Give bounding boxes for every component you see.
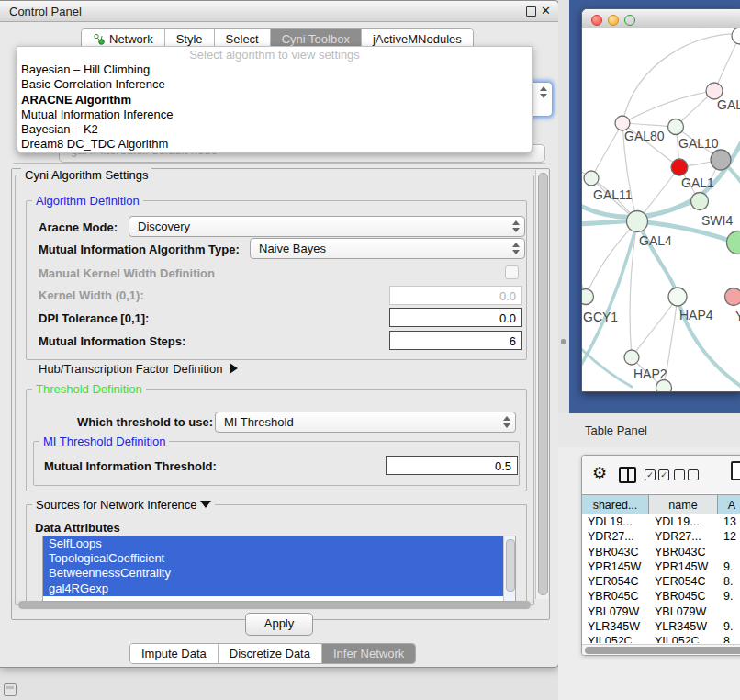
network-node[interactable] bbox=[725, 288, 740, 306]
mac-zoom-icon[interactable] bbox=[624, 15, 635, 26]
table-cell: YBR043C bbox=[582, 545, 649, 559]
mac-minimize-icon[interactable] bbox=[608, 15, 619, 26]
which-threshold-combo[interactable]: MI Threshold bbox=[215, 412, 516, 433]
column-header-a[interactable]: A bbox=[718, 495, 740, 514]
aracne-mode-combo[interactable]: Discovery bbox=[129, 216, 525, 237]
network-node[interactable] bbox=[624, 350, 639, 365]
column-header-name[interactable]: name bbox=[649, 495, 718, 514]
page-icon[interactable] bbox=[731, 461, 740, 480]
dpi-tolerance-label: DPI Tolerance [0,1]: bbox=[39, 311, 149, 325]
attribute-item-betweennesscentrality[interactable]: BetweennessCentrality bbox=[43, 566, 515, 581]
split-columns-icon[interactable] bbox=[619, 467, 636, 483]
table-cell: YER054C bbox=[582, 574, 649, 589]
network-node[interactable] bbox=[727, 231, 740, 254]
network-view-window[interactable]: GALGAL80GAL10GAL1GAL11SWI4GAL4GCY1HAP4YH… bbox=[581, 8, 740, 392]
node-label-hap4: HAP4 bbox=[679, 308, 713, 322]
algorithm-popup-prompt: Select algorithm to view settings bbox=[17, 47, 532, 62]
minimized-panel-icon[interactable] bbox=[4, 683, 17, 696]
network-node[interactable] bbox=[668, 288, 687, 306]
tab-label: Infer Network bbox=[333, 647, 404, 660]
divider-handle[interactable] bbox=[561, 339, 566, 344]
mac-close-icon[interactable] bbox=[591, 15, 602, 26]
table-row[interactable]: YBR045CYBR045C9. bbox=[582, 589, 740, 604]
network-canvas[interactable]: GALGAL80GAL10GAL1GAL11SWI4GAL4GCY1HAP4YH… bbox=[582, 28, 740, 391]
node-label-gal1: GAL1 bbox=[681, 175, 714, 190]
algorithm-popup-items: Bayesian – Hill ClimbingBasic Correlatio… bbox=[17, 62, 532, 152]
gear-icon[interactable]: ⚙ bbox=[592, 463, 607, 483]
table-horizontal-scrollbar[interactable] bbox=[582, 644, 740, 655]
sources-group-title[interactable]: Sources for Network Inference bbox=[32, 498, 215, 512]
apply-button[interactable]: Apply bbox=[245, 613, 313, 636]
tab-label: Cyni Toolbox bbox=[282, 32, 350, 46]
table-cell: YPR145W bbox=[582, 559, 649, 574]
table-cell: 12 bbox=[718, 529, 740, 544]
table-cell bbox=[718, 545, 740, 559]
table-cell: YBR045C bbox=[582, 589, 649, 604]
stepper-arrows-icon bbox=[502, 416, 510, 428]
bottom-tab-infer-network[interactable]: Infer Network bbox=[322, 644, 415, 663]
network-node[interactable] bbox=[627, 211, 648, 232]
table-panel-title: Table Panel bbox=[585, 423, 647, 437]
bottom-tab-impute-data[interactable]: Impute Data bbox=[130, 644, 219, 663]
table-row[interactable]: YDL19...YDL19...13 bbox=[582, 514, 740, 529]
table-cell: 8. bbox=[718, 634, 740, 643]
network-node[interactable] bbox=[584, 171, 599, 186]
algorithm-option-bayesian-hill-climbing[interactable]: Bayesian – Hill Climbing bbox=[17, 62, 532, 77]
mi-steps-input[interactable]: 6 bbox=[389, 331, 522, 350]
float-window-icon[interactable] bbox=[526, 6, 536, 17]
attribute-item-selfloops[interactable]: SelfLoops bbox=[43, 536, 515, 551]
network-graph[interactable]: GALGAL80GAL10GAL1GAL11SWI4GAL4GCY1HAP4YH… bbox=[582, 28, 740, 391]
kernel-width-input[interactable]: 0.0 bbox=[389, 286, 522, 305]
table-toolbar: ⚙ ✓✓ bbox=[582, 456, 740, 493]
table-row[interactable]: YER054CYER054C8. bbox=[582, 574, 740, 589]
network-node[interactable] bbox=[668, 119, 684, 135]
algorithm-option-bayesian-k2[interactable]: Bayesian – K2 bbox=[17, 122, 532, 137]
network-node[interactable] bbox=[691, 193, 709, 210]
manual-kernel-checkbox[interactable] bbox=[505, 265, 519, 279]
table-cell: YBR045C bbox=[649, 589, 718, 604]
table-cell bbox=[718, 604, 740, 619]
attribute-item-topologicalcoefficient[interactable]: TopologicalCoefficient bbox=[43, 551, 515, 566]
tab-label: Select bbox=[226, 32, 259, 46]
hub-definition-toggle[interactable]: Hub/Transcription Factor Definition bbox=[39, 362, 238, 376]
control-panel-titlebar[interactable]: Control Panel ✕ bbox=[0, 1, 558, 22]
algorithm-option-aracne-algorithm[interactable]: ARACNE Algorithm bbox=[17, 93, 532, 107]
mi-threshold-input[interactable]: 0.5 bbox=[386, 456, 518, 475]
window-title: Control Panel bbox=[9, 5, 82, 18]
network-edge[interactable] bbox=[591, 123, 622, 178]
vertical-scrollbar[interactable] bbox=[535, 170, 548, 599]
network-node[interactable] bbox=[582, 289, 594, 305]
algorithm-definition-title: Algorithm Definition bbox=[32, 194, 143, 208]
network-window-titlebar[interactable] bbox=[582, 9, 740, 29]
node-label-gcy1: GCY1 bbox=[583, 310, 618, 324]
unchecked-columns-icon[interactable] bbox=[674, 469, 699, 480]
mi-threshold-label: Mutual Information Threshold: bbox=[44, 459, 217, 473]
close-icon[interactable]: ✕ bbox=[541, 4, 551, 17]
aracne-mode-label: Aracne Mode: bbox=[39, 220, 118, 234]
network-node[interactable] bbox=[711, 150, 731, 170]
stepper-arrows-icon bbox=[511, 220, 520, 232]
algorithm-option-dream8-dc-tdc-algorithm[interactable]: Dream8 DC_TDC Algorithm bbox=[17, 137, 532, 152]
manual-kernel-label: Manual Kernel Width Definition bbox=[39, 266, 215, 280]
data-attributes-list[interactable]: SelfLoopsTopologicalCoefficientBetweenne… bbox=[42, 536, 516, 602]
attribute-item-gal4rgexp[interactable]: gal4RGexp bbox=[43, 581, 515, 596]
checked-columns-icon[interactable]: ✓✓ bbox=[645, 469, 669, 480]
bottom-tab-discretize-data[interactable]: Discretize Data bbox=[219, 644, 322, 663]
table-row[interactable]: YBL079WYBL079W bbox=[582, 604, 740, 619]
table-row[interactable]: YIL052CYIL052C8. bbox=[582, 634, 740, 643]
mi-algorithm-type-combo[interactable]: Naive Bayes bbox=[250, 238, 525, 259]
network-edge[interactable] bbox=[586, 221, 637, 297]
algorithm-option-mutual-information-inference[interactable]: Mutual Information Inference bbox=[17, 107, 532, 122]
table-row[interactable]: YBR043CYBR043C bbox=[582, 545, 740, 559]
table-row[interactable]: YPR145WYPR145W9. bbox=[582, 559, 740, 574]
table-row[interactable]: YDR27...YDR27...12 bbox=[582, 529, 740, 544]
column-header-shared[interactable]: shared... bbox=[582, 495, 649, 514]
dpi-tolerance-input[interactable]: 0.0 bbox=[389, 308, 522, 327]
table-row[interactable]: YLR345WYLR345W9. bbox=[582, 619, 740, 634]
list-scrollbar[interactable] bbox=[503, 536, 515, 601]
network-node[interactable] bbox=[732, 28, 740, 44]
network-edge[interactable] bbox=[622, 91, 714, 123]
network-node[interactable] bbox=[671, 159, 688, 175]
network-node[interactable] bbox=[656, 380, 672, 392]
algorithm-option-basic-correlation-inference[interactable]: Basic Correlation Inference bbox=[17, 77, 532, 92]
